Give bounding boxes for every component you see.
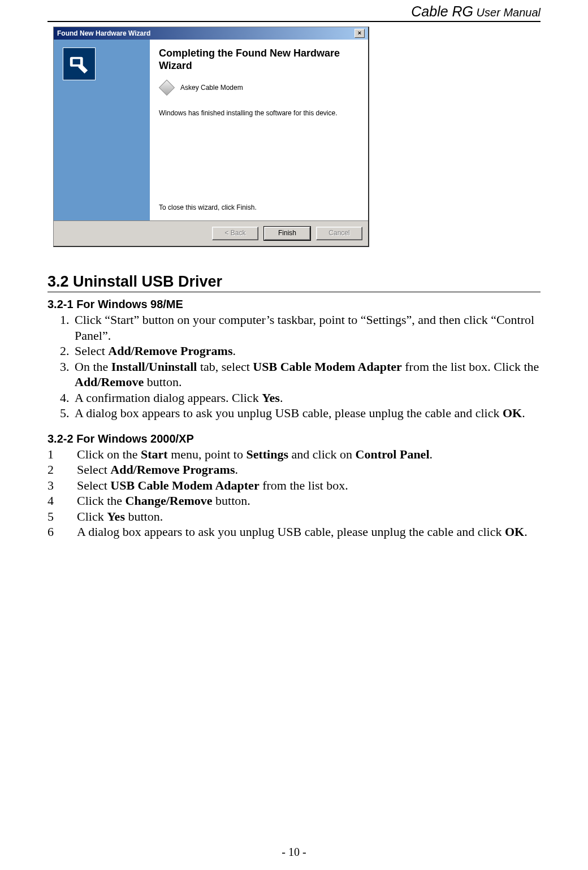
page-header: Cable RG User Manual (47, 0, 541, 20)
header-brand: Cable RG (411, 3, 473, 19)
back-button: < Back (212, 227, 258, 240)
list-item: Click Yes button. (47, 509, 541, 525)
wizard-title: Found New Hardware Wizard (57, 29, 150, 37)
sub-heading-1: 3.2-1 For Windows 98/ME (47, 298, 541, 311)
device-icon (159, 80, 175, 96)
steps-list-2000xp: Click on the Start menu, point to Settin… (47, 447, 541, 540)
page-number: - 10 - (0, 846, 588, 859)
wizard-close-msg: To close this wizard, click Finish. (159, 204, 359, 215)
list-item: A confirmation dialog appears. Click Yes… (72, 390, 541, 406)
device-name: Askey Cable Modem (180, 84, 243, 92)
section-heading: 3.2 Uninstall USB Driver (47, 273, 541, 292)
list-item: Click on the Start menu, point to Settin… (47, 447, 541, 462)
sub-heading-2: 3.2-2 For Windows 2000/XP (47, 432, 541, 445)
hardware-icon (63, 47, 96, 80)
wizard-buttons: < Back Finish Cancel (54, 220, 368, 246)
wizard-dialog: Found New Hardware Wizard × Completing t… (53, 27, 369, 247)
list-item: A dialog box appears to ask you unplug U… (72, 405, 541, 421)
list-item: Select Add/Remove Programs. (72, 343, 541, 359)
finish-button[interactable]: Finish (264, 227, 310, 240)
list-item: Click “Start” button on your computer’s … (72, 312, 541, 343)
list-item: Select Add/Remove Programs. (47, 462, 541, 478)
list-item: A dialog box appears to ask you unplug U… (47, 524, 541, 540)
list-item: Click the Change/Remove button. (47, 493, 541, 509)
steps-list-98me: Click “Start” button on your computer’s … (47, 312, 541, 421)
list-item: Select USB Cable Modem Adapter from the … (47, 478, 541, 494)
header-suffix: User Manual (473, 6, 541, 19)
wizard-sidebar (54, 40, 150, 220)
list-item: On the Install/Uninstall tab, select USB… (72, 359, 541, 390)
cancel-button: Cancel (316, 227, 362, 240)
svg-rect-1 (73, 59, 80, 64)
wizard-message: Windows has finished installing the soft… (159, 109, 359, 117)
close-icon[interactable]: × (354, 29, 365, 38)
wizard-titlebar: Found New Hardware Wizard × (54, 27, 368, 40)
wizard-heading: Completing the Found New Hardware Wizard (159, 47, 359, 72)
